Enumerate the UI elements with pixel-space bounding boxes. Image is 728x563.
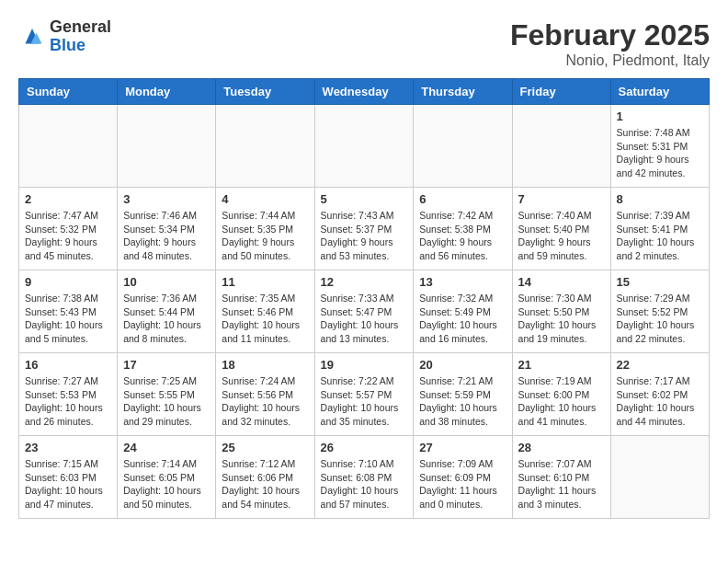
day-number: 15 xyxy=(617,275,703,289)
calendar-cell: 27Sunrise: 7:09 AM Sunset: 6:09 PM Dayli… xyxy=(414,436,512,519)
weekday-header-sunday: Sunday xyxy=(19,79,118,105)
calendar-cell xyxy=(414,105,512,188)
day-number: 12 xyxy=(321,275,408,289)
day-number: 2 xyxy=(25,192,111,206)
day-number: 25 xyxy=(222,441,308,454)
weekday-header-wednesday: Wednesday xyxy=(314,79,414,105)
month-title: February 2025 xyxy=(510,18,710,52)
day-number: 11 xyxy=(222,275,308,289)
calendar-cell: 7Sunrise: 7:40 AM Sunset: 5:40 PM Daylig… xyxy=(512,188,610,270)
weekday-header-tuesday: Tuesday xyxy=(216,79,314,105)
day-number: 16 xyxy=(25,358,111,372)
day-number: 19 xyxy=(321,358,408,372)
week-row-3: 9Sunrise: 7:38 AM Sunset: 5:43 PM Daylig… xyxy=(19,270,710,353)
day-info: Sunrise: 7:40 AM Sunset: 5:40 PM Dayligh… xyxy=(518,209,605,263)
day-number: 9 xyxy=(25,275,111,289)
day-number: 20 xyxy=(419,358,506,372)
day-info: Sunrise: 7:36 AM Sunset: 5:44 PM Dayligh… xyxy=(123,292,210,346)
day-info: Sunrise: 7:17 AM Sunset: 6:02 PM Dayligh… xyxy=(617,374,703,429)
title-area: February 2025 Nonio, Piedmont, Italy xyxy=(510,18,710,69)
week-row-1: 1Sunrise: 7:48 AM Sunset: 5:31 PM Daylig… xyxy=(19,105,710,188)
logo: General Blue xyxy=(18,18,111,55)
calendar-cell: 8Sunrise: 7:39 AM Sunset: 5:41 PM Daylig… xyxy=(610,188,709,270)
day-number: 3 xyxy=(123,192,210,206)
logo-blue-text: Blue xyxy=(50,37,111,55)
weekday-header-saturday: Saturday xyxy=(610,79,709,105)
day-info: Sunrise: 7:42 AM Sunset: 5:38 PM Dayligh… xyxy=(419,209,506,263)
day-number: 27 xyxy=(419,441,506,454)
day-number: 24 xyxy=(123,441,210,454)
day-info: Sunrise: 7:32 AM Sunset: 5:49 PM Dayligh… xyxy=(419,292,506,346)
day-number: 4 xyxy=(222,192,308,206)
calendar-cell xyxy=(118,105,216,188)
calendar-cell: 15Sunrise: 7:29 AM Sunset: 5:52 PM Dayli… xyxy=(610,270,709,353)
day-info: Sunrise: 7:44 AM Sunset: 5:35 PM Dayligh… xyxy=(222,209,308,263)
calendar-cell: 2Sunrise: 7:47 AM Sunset: 5:32 PM Daylig… xyxy=(19,188,118,270)
calendar-cell: 22Sunrise: 7:17 AM Sunset: 6:02 PM Dayli… xyxy=(610,353,709,436)
day-number: 21 xyxy=(518,358,605,372)
calendar-cell: 6Sunrise: 7:42 AM Sunset: 5:38 PM Daylig… xyxy=(414,188,512,270)
calendar-cell: 21Sunrise: 7:19 AM Sunset: 6:00 PM Dayli… xyxy=(512,353,610,436)
calendar-cell: 26Sunrise: 7:10 AM Sunset: 6:08 PM Dayli… xyxy=(314,436,414,519)
day-number: 1 xyxy=(617,109,703,123)
calendar-cell: 19Sunrise: 7:22 AM Sunset: 5:57 PM Dayli… xyxy=(314,353,414,436)
calendar-cell: 18Sunrise: 7:24 AM Sunset: 5:56 PM Dayli… xyxy=(216,353,314,436)
calendar-cell: 17Sunrise: 7:25 AM Sunset: 5:55 PM Dayli… xyxy=(118,353,216,436)
day-info: Sunrise: 7:21 AM Sunset: 5:59 PM Dayligh… xyxy=(419,374,506,429)
day-info: Sunrise: 7:47 AM Sunset: 5:32 PM Dayligh… xyxy=(25,209,111,263)
calendar-cell: 13Sunrise: 7:32 AM Sunset: 5:49 PM Dayli… xyxy=(414,270,512,353)
day-number: 28 xyxy=(518,441,605,454)
day-info: Sunrise: 7:22 AM Sunset: 5:57 PM Dayligh… xyxy=(321,374,408,429)
calendar-cell: 12Sunrise: 7:33 AM Sunset: 5:47 PM Dayli… xyxy=(314,270,414,353)
weekday-header-monday: Monday xyxy=(118,79,216,105)
day-number: 10 xyxy=(123,275,210,289)
calendar-cell: 23Sunrise: 7:15 AM Sunset: 6:03 PM Dayli… xyxy=(19,436,118,519)
calendar-cell: 28Sunrise: 7:07 AM Sunset: 6:10 PM Dayli… xyxy=(512,436,610,519)
day-info: Sunrise: 7:12 AM Sunset: 6:06 PM Dayligh… xyxy=(222,457,308,511)
day-info: Sunrise: 7:30 AM Sunset: 5:50 PM Dayligh… xyxy=(518,292,605,346)
day-info: Sunrise: 7:35 AM Sunset: 5:46 PM Dayligh… xyxy=(222,292,308,346)
day-info: Sunrise: 7:29 AM Sunset: 5:52 PM Dayligh… xyxy=(617,292,703,346)
calendar-cell: 16Sunrise: 7:27 AM Sunset: 5:53 PM Dayli… xyxy=(19,353,118,436)
calendar-cell: 3Sunrise: 7:46 AM Sunset: 5:34 PM Daylig… xyxy=(118,188,216,270)
week-row-4: 16Sunrise: 7:27 AM Sunset: 5:53 PM Dayli… xyxy=(19,353,710,436)
logo-icon xyxy=(18,23,46,51)
day-info: Sunrise: 7:19 AM Sunset: 6:00 PM Dayligh… xyxy=(518,374,605,429)
calendar-cell: 11Sunrise: 7:35 AM Sunset: 5:46 PM Dayli… xyxy=(216,270,314,353)
day-info: Sunrise: 7:10 AM Sunset: 6:08 PM Dayligh… xyxy=(321,457,408,511)
calendar-cell: 14Sunrise: 7:30 AM Sunset: 5:50 PM Dayli… xyxy=(512,270,610,353)
day-number: 26 xyxy=(321,441,408,454)
calendar-cell: 4Sunrise: 7:44 AM Sunset: 5:35 PM Daylig… xyxy=(216,188,314,270)
day-info: Sunrise: 7:48 AM Sunset: 5:31 PM Dayligh… xyxy=(617,126,703,180)
day-info: Sunrise: 7:14 AM Sunset: 6:05 PM Dayligh… xyxy=(123,457,210,511)
day-number: 8 xyxy=(617,192,703,206)
calendar-cell: 1Sunrise: 7:48 AM Sunset: 5:31 PM Daylig… xyxy=(610,105,709,188)
logo-general-text: General xyxy=(50,18,111,37)
day-number: 6 xyxy=(419,192,506,206)
day-info: Sunrise: 7:43 AM Sunset: 5:37 PM Dayligh… xyxy=(321,209,408,263)
page-header: General Blue February 2025 Nonio, Piedmo… xyxy=(18,18,710,69)
day-number: 5 xyxy=(321,192,408,206)
calendar-cell: 25Sunrise: 7:12 AM Sunset: 6:06 PM Dayli… xyxy=(216,436,314,519)
day-number: 22 xyxy=(617,358,703,372)
calendar-cell xyxy=(216,105,314,188)
weekday-header-row: SundayMondayTuesdayWednesdayThursdayFrid… xyxy=(19,79,710,105)
calendar-cell xyxy=(512,105,610,188)
day-number: 23 xyxy=(25,441,111,454)
day-info: Sunrise: 7:27 AM Sunset: 5:53 PM Dayligh… xyxy=(25,374,111,429)
day-info: Sunrise: 7:09 AM Sunset: 6:09 PM Dayligh… xyxy=(419,457,506,511)
weekday-header-friday: Friday xyxy=(512,79,610,105)
calendar-cell: 20Sunrise: 7:21 AM Sunset: 5:59 PM Dayli… xyxy=(414,353,512,436)
day-number: 13 xyxy=(419,275,506,289)
day-info: Sunrise: 7:25 AM Sunset: 5:55 PM Dayligh… xyxy=(123,374,210,429)
calendar-cell: 9Sunrise: 7:38 AM Sunset: 5:43 PM Daylig… xyxy=(19,270,118,353)
day-info: Sunrise: 7:39 AM Sunset: 5:41 PM Dayligh… xyxy=(617,209,703,263)
calendar-cell: 24Sunrise: 7:14 AM Sunset: 6:05 PM Dayli… xyxy=(118,436,216,519)
calendar-cell xyxy=(314,105,414,188)
day-info: Sunrise: 7:38 AM Sunset: 5:43 PM Dayligh… xyxy=(25,292,111,346)
location-title: Nonio, Piedmont, Italy xyxy=(510,52,710,69)
day-info: Sunrise: 7:33 AM Sunset: 5:47 PM Dayligh… xyxy=(321,292,408,346)
calendar-table: SundayMondayTuesdayWednesdayThursdayFrid… xyxy=(18,78,710,519)
week-row-2: 2Sunrise: 7:47 AM Sunset: 5:32 PM Daylig… xyxy=(19,188,710,270)
day-number: 14 xyxy=(518,275,605,289)
